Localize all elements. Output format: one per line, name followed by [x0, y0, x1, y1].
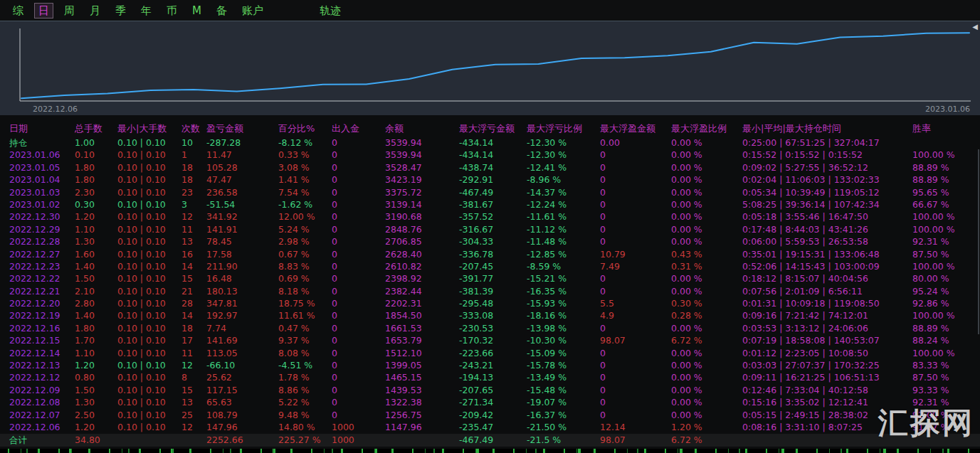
cell-col-min-max-lots: 0.10 | 0.10	[117, 198, 181, 210]
table-row[interactable]: 2022.12.120.800.10 | 0.10825.621.78 %014…	[0, 371, 980, 383]
cell-col-max-float-loss-pct: -15.21 %	[527, 272, 600, 284]
menu-item-季[interactable]: 季	[111, 3, 130, 18]
menu-item-日[interactable]: 日	[34, 3, 53, 18]
chart-end-date-label: 2023.01.06	[925, 105, 970, 114]
menu-item-币[interactable]: 币	[162, 3, 181, 18]
cell-col-trades: 28	[181, 297, 206, 309]
cell-col-pnl: 141.91	[206, 223, 278, 235]
cell-col-hold-time: 0:18:12 | 8:15:07 | 40:04:56	[742, 272, 912, 284]
menu-item-周[interactable]: 周	[60, 3, 79, 18]
table-row[interactable]: 2022.12.231.400.10 | 0.1014211.908.83 %0…	[0, 260, 980, 272]
cell-col-total-lots: 1.50	[75, 384, 117, 396]
table-row[interactable]: 2022.12.281.300.10 | 0.101378.452.98 %02…	[0, 235, 980, 247]
table-row[interactable]: 2022.12.131.200.10 | 0.1012-66.10-4.51 %…	[0, 359, 980, 371]
cell-col-pct: 8.18 %	[278, 285, 332, 297]
table-row[interactable]: 2022.12.081.300.10 | 0.101365.635.22 %01…	[0, 396, 980, 408]
cell-col-total-lots: 1.10	[75, 223, 117, 235]
cell-col-max-float-profit-pct: 0.00 %	[671, 285, 742, 297]
cell-col-pnl: 341.92	[206, 210, 278, 223]
cell-col-win-rate: 92.86 %	[912, 297, 980, 309]
cell-col-min-max-lots: 0.10 | 0.10	[117, 297, 181, 309]
cell-col-max-float-loss-pct: -11.12 %	[527, 223, 600, 235]
cell-col-balance: 1512.10	[385, 347, 459, 359]
table-row[interactable]: 2022.12.291.100.10 | 0.1011141.915.24 %0…	[0, 223, 980, 235]
menu-item-年[interactable]: 年	[137, 3, 156, 18]
cell-col-pct: 5.22 %	[278, 396, 332, 408]
cell-col-date: 合计	[9, 434, 75, 447]
cell-col-max-float-profit: 0	[600, 396, 671, 408]
header-col-min-max-lots: 最小|大手数	[117, 121, 181, 137]
cell-col-hold-time: 5:08:25 | 39:36:14 | 107:42:34	[742, 198, 912, 210]
cell-col-date: 2023.01.02	[9, 198, 75, 210]
cell-col-deposit: 0	[332, 322, 385, 334]
cell-col-total-lots: 1.20	[75, 210, 117, 223]
table-row[interactable]: 2022.12.061.200.10 | 0.1012147.9614.80 %…	[0, 421, 980, 433]
table-row[interactable]: 2022.12.221.500.10 | 0.101516.480.69 %02…	[0, 272, 980, 284]
menu-item-M[interactable]: M	[188, 3, 206, 18]
cell-col-balance: 2398.92	[385, 272, 459, 284]
cell-col-trades: 1	[181, 149, 206, 161]
table-row[interactable]: 2023.01.032.300.10 | 0.1023236.587.54 %0…	[0, 186, 980, 198]
cell-col-win-rate	[912, 434, 980, 447]
table-row[interactable]: 2022.12.271.600.10 | 0.101617.580.67 %02…	[0, 248, 980, 260]
table-row[interactable]: 2022.12.301.200.10 | 0.1012341.9212.00 %…	[0, 210, 980, 223]
table-row[interactable]: 2022.12.091.500.10 | 0.1015117.158.86 %0…	[0, 384, 980, 396]
header-col-max-float-loss: 最大浮亏金额	[459, 121, 527, 137]
cell-col-trades: 25	[181, 409, 206, 421]
cell-col-max-float-loss: -207.45	[459, 260, 527, 272]
cell-col-pct: 5.24 %	[278, 223, 332, 235]
cell-col-date: 2022.12.21	[9, 285, 75, 297]
cell-col-max-float-profit: 0	[600, 149, 671, 161]
scrollbar[interactable]	[978, 149, 979, 334]
cell-col-max-float-loss-pct: -13.49 %	[527, 371, 600, 383]
cell-col-min-max-lots: 0.10 | 0.10	[117, 223, 181, 235]
cell-col-date: 2022.12.06	[9, 421, 75, 433]
cell-col-min-max-lots: 0.10 | 0.10	[117, 322, 181, 334]
table-row[interactable]: 2023.01.041.800.10 | 0.101847.471.41 %03…	[0, 174, 980, 186]
cell-col-max-float-profit-pct: 0.00 %	[671, 137, 742, 149]
cell-col-deposit: 0	[332, 409, 385, 421]
cell-col-hold-time: 0:17:48 | 8:44:03 | 43:41:26	[742, 223, 912, 235]
cell-col-trades	[181, 434, 206, 447]
cell-col-min-max-lots: 0.10 | 0.10	[117, 334, 181, 346]
menu-item-轨迹[interactable]: 轨迹	[315, 3, 345, 18]
cell-col-max-float-profit: 10.79	[600, 248, 671, 260]
cell-col-hold-time: 0:06:00 | 5:59:53 | 26:53:58	[742, 235, 912, 247]
table-row[interactable]: 2023.01.060.100.10 | 0.10111.470.33 %035…	[0, 149, 980, 161]
cell-col-pct: 3.08 %	[278, 161, 332, 174]
menu-item-综[interactable]: 综	[9, 3, 28, 18]
cell-col-trades: 18	[181, 174, 206, 186]
table-row[interactable]: 2022.12.212.100.10 | 0.1021180.138.18 %0…	[0, 285, 980, 297]
cell-col-balance: 3139.14	[385, 198, 459, 210]
cell-col-max-float-profit: 0	[600, 272, 671, 284]
cell-col-max-float-profit: 0	[600, 235, 671, 247]
cell-col-date: 2022.12.30	[9, 210, 75, 223]
menu-item-账户[interactable]: 账户	[238, 3, 268, 18]
cell-col-max-float-loss-pct: -11.48 %	[527, 235, 600, 247]
cell-col-balance: 1439.53	[385, 384, 459, 396]
cell-col-pct: 1.78 %	[278, 371, 332, 383]
table-row[interactable]: 2022.12.072.500.10 | 0.1025108.799.48 %0…	[0, 409, 980, 421]
menu-item-月[interactable]: 月	[85, 3, 105, 18]
scroll-left-icon[interactable]: ◀	[972, 23, 978, 31]
table-row[interactable]: 2022.12.151.700.10 | 0.1017141.699.37 %0…	[0, 334, 980, 346]
table-row[interactable]: 2022.12.141.100.10 | 0.1011113.058.08 %0…	[0, 347, 980, 359]
cell-col-win-rate: 92.31 %	[912, 235, 980, 247]
table-row[interactable]: 2022.12.161.800.10 | 0.10187.740.47 %016…	[0, 322, 980, 334]
total-row[interactable]: 合计34.802252.66225.27 %1000-467.49-21.5 %…	[0, 434, 980, 447]
cell-col-max-float-profit: 0	[600, 285, 671, 297]
table-row[interactable]: 2022.12.191.400.10 | 0.1014192.9711.61 %…	[0, 309, 980, 321]
cell-col-date: 2022.12.19	[9, 309, 75, 321]
cell-col-win-rate: 92.00 %	[912, 409, 980, 421]
cell-col-max-float-profit: 0	[600, 409, 671, 421]
table-row[interactable]: 2023.01.020.300.10 | 0.103-51.54-1.62 %0…	[0, 198, 980, 210]
cell-col-balance: 1661.53	[385, 322, 459, 334]
cell-col-min-max-lots	[117, 434, 181, 447]
table-row[interactable]: 2022.12.202.800.10 | 0.1028347.8118.75 %…	[0, 297, 980, 309]
cell-col-trades: 17	[181, 334, 206, 346]
menu-item-备[interactable]: 备	[212, 3, 231, 18]
cell-col-pct: 2.98 %	[278, 235, 332, 247]
position-row[interactable]: 持仓1.000.10 | 0.1010-287.28-8.12 %03539.9…	[0, 137, 980, 149]
table-row[interactable]: 2023.01.051.800.10 | 0.1018105.283.08 %0…	[0, 161, 980, 174]
cell-col-pct: 8.86 %	[278, 384, 332, 396]
